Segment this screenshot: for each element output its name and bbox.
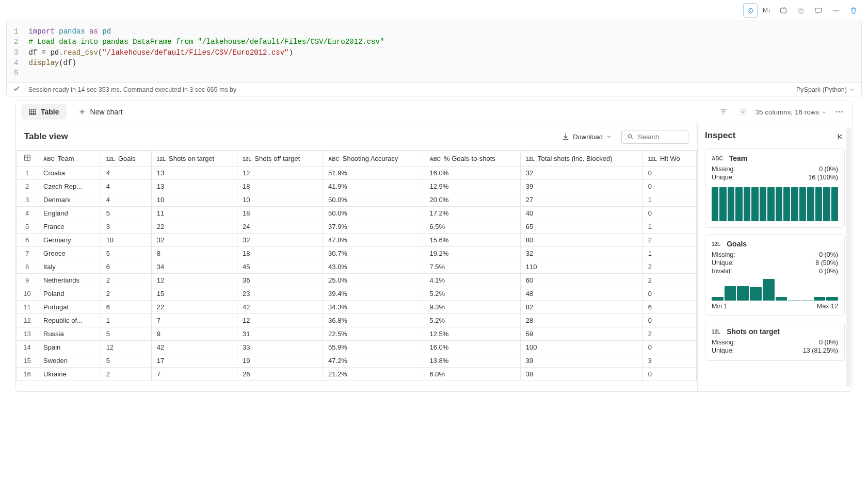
column-header[interactable]: 12LShots on target: [151, 151, 237, 167]
cell[interactable]: 21.2%: [323, 368, 424, 381]
table-row[interactable]: 2Czech Rep...4131841.9%12.9%390: [17, 180, 697, 193]
code-content[interactable]: import pandas as pd # Load data into pan…: [28, 26, 855, 78]
cell[interactable]: 36.8%: [323, 314, 424, 327]
table-row[interactable]: 4England5111850.0%17.2%400: [17, 207, 697, 220]
table-row[interactable]: 8Italy6344543.0%7.5%1102: [17, 260, 697, 274]
table-row[interactable]: 7Greece581830.7%19.2%321: [17, 247, 697, 260]
cell[interactable]: 22: [151, 301, 237, 314]
cell[interactable]: 1: [642, 193, 696, 207]
cell[interactable]: Ukraine: [38, 368, 101, 381]
cell[interactable]: 1: [101, 314, 151, 327]
cell[interactable]: 3: [101, 220, 151, 234]
cell[interactable]: 42: [237, 301, 323, 314]
table-row[interactable]: 3Denmark4101050.0%20.0%271: [17, 193, 697, 207]
cell[interactable]: 6.5%: [424, 220, 520, 234]
cell[interactable]: 0: [642, 180, 696, 193]
cell[interactable]: 2: [642, 260, 696, 274]
cell[interactable]: Republic of...: [38, 314, 101, 327]
cell[interactable]: 50.0%: [323, 193, 424, 207]
cell[interactable]: 47.2%: [323, 354, 424, 368]
cell[interactable]: 32: [237, 234, 323, 247]
kernel-selector[interactable]: PySpark (Python): [796, 86, 855, 93]
cell[interactable]: 18: [237, 180, 323, 193]
cell[interactable]: 9: [151, 327, 237, 341]
cell[interactable]: 2: [101, 287, 151, 301]
cell[interactable]: 2: [642, 234, 696, 247]
cell[interactable]: 59: [520, 327, 642, 341]
cell[interactable]: 45: [237, 260, 323, 274]
cell[interactable]: 12.9%: [424, 180, 520, 193]
table-row[interactable]: 13Russia593122.5%12.5%592: [17, 327, 697, 341]
cell[interactable]: Sweden: [38, 354, 101, 368]
cell[interactable]: 10: [151, 193, 237, 207]
markdown-icon[interactable]: M↓: [761, 3, 773, 18]
column-header[interactable]: 12LHit Wo: [642, 151, 696, 167]
column-header[interactable]: 12LShots off target: [237, 151, 323, 167]
cell[interactable]: Germany: [38, 234, 101, 247]
cell[interactable]: 0: [642, 207, 696, 220]
cell[interactable]: 31: [237, 327, 323, 341]
cell[interactable]: 15: [151, 287, 237, 301]
cell[interactable]: France: [38, 220, 101, 234]
cell[interactable]: 40: [520, 207, 642, 220]
column-header[interactable]: 12LTotal shots (inc. Blocked): [520, 151, 642, 167]
cell[interactable]: 5: [101, 327, 151, 341]
gear-icon[interactable]: [735, 104, 751, 120]
cell[interactable]: 18: [237, 207, 323, 220]
clear-output-icon[interactable]: [776, 3, 791, 18]
cell[interactable]: 2: [101, 368, 151, 381]
cell[interactable]: 16.0%: [424, 167, 520, 180]
cell[interactable]: 34.3%: [323, 301, 424, 314]
cell[interactable]: Netherlands: [38, 274, 101, 287]
cell[interactable]: 4: [101, 180, 151, 193]
cell[interactable]: 2: [101, 274, 151, 287]
cell[interactable]: 12.5%: [424, 327, 520, 341]
cell[interactable]: 19.2%: [424, 247, 520, 260]
convert-icon[interactable]: [743, 3, 758, 18]
cell[interactable]: 22.5%: [323, 327, 424, 341]
cell[interactable]: 41.9%: [323, 180, 424, 193]
cell[interactable]: 32: [520, 167, 642, 180]
cell[interactable]: 6.0%: [424, 368, 520, 381]
cell[interactable]: 28: [520, 314, 642, 327]
cell[interactable]: 39: [520, 354, 642, 368]
cell[interactable]: Italy: [38, 260, 101, 274]
chat-icon[interactable]: [811, 3, 826, 18]
cell[interactable]: 60: [520, 274, 642, 287]
cell[interactable]: 11: [151, 207, 237, 220]
collapse-icon[interactable]: [835, 129, 845, 141]
more-icon[interactable]: [831, 104, 847, 120]
cell[interactable]: 0: [642, 287, 696, 301]
cell[interactable]: 39.4%: [323, 287, 424, 301]
cell[interactable]: 1: [642, 220, 696, 234]
filter-icon[interactable]: [716, 104, 731, 120]
cell[interactable]: England: [38, 207, 101, 220]
cell[interactable]: 0: [642, 167, 696, 180]
cell[interactable]: 4: [101, 167, 151, 180]
cell[interactable]: 5: [101, 354, 151, 368]
cell[interactable]: 39: [520, 180, 642, 193]
cell[interactable]: 36: [237, 274, 323, 287]
cell[interactable]: 100: [520, 341, 642, 354]
cell[interactable]: 6: [101, 260, 151, 274]
cell[interactable]: 12: [151, 274, 237, 287]
code-editor[interactable]: 1 2 3 4 5 import pandas as pd # Load dat…: [7, 21, 861, 82]
cell[interactable]: 10: [101, 234, 151, 247]
column-header[interactable]: ABCShooting Accuracy: [323, 151, 424, 167]
cell[interactable]: 2: [642, 327, 696, 341]
cell[interactable]: 17: [151, 354, 237, 368]
cell[interactable]: 0: [642, 314, 696, 327]
cell[interactable]: 4.1%: [424, 274, 520, 287]
cell[interactable]: 48: [520, 287, 642, 301]
cell[interactable]: 5.2%: [424, 287, 520, 301]
cell[interactable]: 12: [237, 314, 323, 327]
cell[interactable]: 22: [151, 220, 237, 234]
shape-indicator[interactable]: 35 columns, 16 rows: [755, 108, 827, 116]
search-input[interactable]: [621, 130, 688, 144]
cell[interactable]: 5: [101, 247, 151, 260]
cell[interactable]: 19: [237, 354, 323, 368]
delete-icon[interactable]: [846, 3, 861, 18]
cell[interactable]: 34: [151, 260, 237, 274]
cell[interactable]: 51.9%: [323, 167, 424, 180]
cell[interactable]: 32: [151, 234, 237, 247]
